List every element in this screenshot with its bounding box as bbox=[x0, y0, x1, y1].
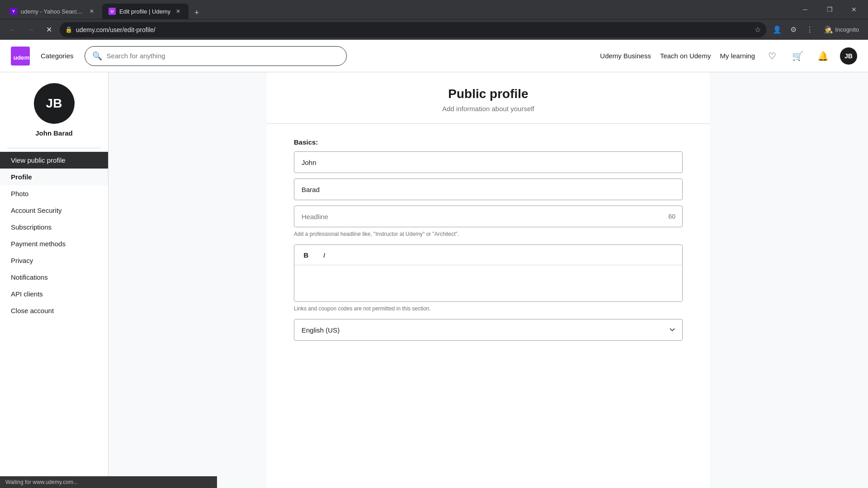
profile-icon[interactable]: 👤 bbox=[770, 23, 784, 37]
status-text: Waiting for www.udemy.com... bbox=[5, 479, 78, 485]
menu-icon[interactable]: ⋮ bbox=[802, 23, 817, 37]
top-navbar: udemy Categories 🔍 Udemy Business Teach … bbox=[0, 40, 868, 72]
last-name-field[interactable] bbox=[294, 178, 683, 200]
categories-button[interactable]: Categories bbox=[37, 50, 77, 61]
sidebar-item-close-account[interactable]: Close account bbox=[0, 302, 108, 319]
headline-wrapper: 60 bbox=[294, 206, 683, 227]
svg-text:udemy: udemy bbox=[14, 54, 30, 61]
extension-icon[interactable]: ⚙ bbox=[786, 23, 801, 37]
sidebar-item-subscriptions[interactable]: Subscriptions bbox=[0, 219, 108, 235]
sidebar-nav: View public profile Profile Photo Accoun… bbox=[0, 148, 108, 323]
url-text: udemy.com/user/edit-profile/ bbox=[76, 26, 751, 33]
basics-label: Basics: bbox=[294, 138, 683, 146]
headline-char-count: 60 bbox=[668, 213, 675, 220]
sidebar-item-profile[interactable]: Profile bbox=[0, 169, 108, 185]
search-input[interactable] bbox=[107, 52, 339, 60]
teach-link[interactable]: Teach on Udemy bbox=[660, 52, 711, 60]
sidebar-username: John Barad bbox=[35, 129, 73, 137]
bio-editor[interactable]: B I bbox=[294, 244, 683, 302]
avatar[interactable]: JB bbox=[840, 47, 857, 65]
logo-svg: udemy bbox=[11, 47, 30, 66]
website-content: udemy Categories 🔍 Udemy Business Teach … bbox=[0, 40, 868, 488]
incognito-badge: 🕵 Incognito bbox=[821, 23, 863, 36]
cart-button[interactable]: 🛒 bbox=[789, 48, 806, 64]
tab1-favicon: Y bbox=[10, 8, 17, 15]
sidebar-item-notifications[interactable]: Notifications bbox=[0, 269, 108, 286]
wishlist-button[interactable]: ♡ bbox=[764, 48, 780, 64]
browser-tab-1[interactable]: Y udemy - Yahoo Search Results ✕ bbox=[4, 4, 102, 19]
lock-icon: 🔒 bbox=[65, 26, 72, 33]
new-tab-button[interactable]: + bbox=[190, 6, 203, 19]
tab2-favicon: U bbox=[108, 8, 116, 15]
incognito-icon: 🕵 bbox=[824, 25, 833, 34]
sidebar-item-api-clients[interactable]: API clients bbox=[0, 286, 108, 302]
search-bar[interactable]: 🔍 bbox=[85, 46, 347, 66]
editor-toolbar: B I bbox=[294, 245, 682, 265]
tab2-label: Edit profile | Udemy bbox=[119, 8, 170, 15]
sidebar-item-view-public-profile[interactable]: View public profile bbox=[0, 152, 108, 169]
bold-button[interactable]: B bbox=[300, 249, 312, 261]
tab1-close-icon[interactable]: ✕ bbox=[88, 7, 96, 15]
browser-titlebar: Y udemy - Yahoo Search Results ✕ U Edit … bbox=[0, 0, 868, 19]
profile-form: Basics: 60 Add a professional headline l… bbox=[267, 124, 710, 355]
sidebar-avatar-section: JB John Barad bbox=[7, 83, 101, 148]
headline-hint: Add a professional headline like, "Instr… bbox=[294, 231, 683, 237]
page-header: Public profile Add information about you… bbox=[267, 72, 710, 124]
language-select[interactable]: English (US) English (UK) Spanish French bbox=[294, 319, 683, 341]
my-learning-link[interactable]: My learning bbox=[720, 52, 755, 60]
close-button[interactable]: ✕ bbox=[844, 2, 864, 17]
minimize-button[interactable]: ─ bbox=[795, 2, 816, 17]
page-subtitle: Add information about yourself bbox=[267, 105, 710, 113]
first-name-field[interactable] bbox=[294, 151, 683, 173]
editor-body[interactable] bbox=[294, 265, 682, 301]
sidebar-item-account-security[interactable]: Account Security bbox=[0, 202, 108, 219]
status-bar: Waiting for www.udemy.com... bbox=[0, 476, 217, 488]
incognito-label: Incognito bbox=[835, 26, 859, 33]
back-button[interactable]: ← bbox=[5, 23, 20, 37]
nav-links: Udemy Business Teach on Udemy My learnin… bbox=[600, 47, 857, 65]
sidebar: JB John Barad View public profile Profil… bbox=[0, 72, 108, 488]
sidebar-item-privacy[interactable]: Privacy bbox=[0, 252, 108, 269]
reload-button[interactable]: ✕ bbox=[42, 23, 56, 37]
bookmark-icon[interactable]: ☆ bbox=[755, 25, 761, 34]
main-layout: JB John Barad View public profile Profil… bbox=[0, 72, 868, 488]
page-title: Public profile bbox=[267, 87, 710, 101]
editor-hint: Links and coupon codes are not permitted… bbox=[294, 305, 683, 312]
tabs-area: Y udemy - Yahoo Search Results ✕ U Edit … bbox=[4, 0, 203, 19]
tab1-label: udemy - Yahoo Search Results bbox=[21, 8, 84, 15]
sidebar-item-photo[interactable]: Photo bbox=[0, 185, 108, 202]
window-controls: ─ ❐ ✕ bbox=[795, 2, 864, 17]
main-content: Public profile Add information about you… bbox=[267, 72, 710, 488]
browser-tab-2[interactable]: U Edit profile | Udemy ✕ bbox=[102, 4, 189, 19]
headline-field[interactable] bbox=[294, 206, 683, 227]
sidebar-item-payment-methods[interactable]: Payment methods bbox=[0, 235, 108, 252]
sidebar-avatar: JB bbox=[34, 83, 75, 124]
udemy-logo[interactable]: udemy bbox=[11, 47, 30, 66]
udemy-business-link[interactable]: Udemy Business bbox=[600, 52, 651, 60]
tab2-close-icon[interactable]: ✕ bbox=[174, 7, 182, 15]
search-icon: 🔍 bbox=[92, 51, 102, 61]
italic-button[interactable]: I bbox=[318, 249, 330, 261]
browser-window: Y udemy - Yahoo Search Results ✕ U Edit … bbox=[0, 0, 868, 488]
browser-addressbar: ← → ✕ 🔒 udemy.com/user/edit-profile/ ☆ 👤… bbox=[0, 19, 868, 40]
maximize-button[interactable]: ❐ bbox=[819, 2, 840, 17]
notifications-button[interactable]: 🔔 bbox=[815, 48, 831, 64]
extension-buttons: 👤 ⚙ ⋮ bbox=[770, 23, 817, 37]
address-bar[interactable]: 🔒 udemy.com/user/edit-profile/ ☆ bbox=[60, 22, 766, 38]
forward-button[interactable]: → bbox=[24, 23, 38, 37]
